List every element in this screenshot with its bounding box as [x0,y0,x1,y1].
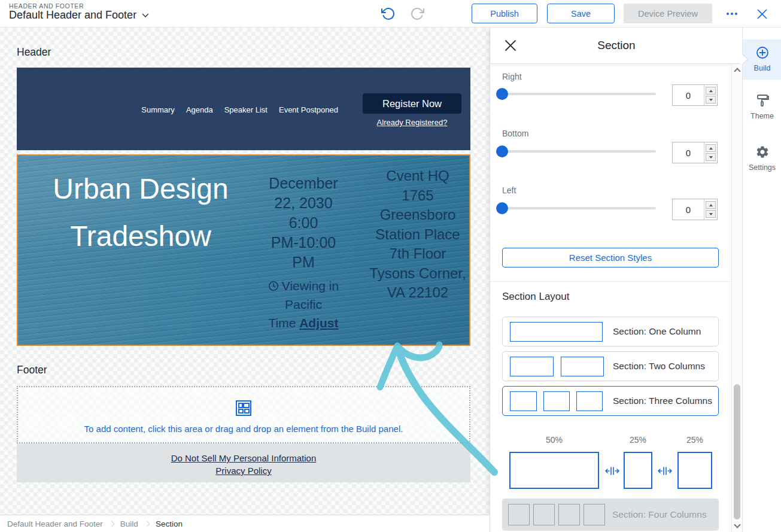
redo-button[interactable] [411,6,426,22]
column-resize-handle[interactable] [605,466,619,476]
stepper [704,199,717,220]
slider-left-label: Left [502,186,516,195]
do-not-sell-link[interactable]: Do Not Sell My Personal Information [17,452,470,464]
redo-icon [411,7,426,21]
close-icon [757,9,767,19]
stepper-up-button[interactable] [706,201,716,209]
site-header-section[interactable]: Summary Agenda Speaker List Event Postpo… [17,68,470,150]
slider-right-track[interactable] [502,93,656,95]
scroll-up-arrow[interactable] [734,68,740,74]
save-button[interactable]: Save [547,4,615,23]
settings-icon [755,145,770,159]
footer-region-label: Footer [17,364,47,376]
publish-button[interactable]: Publish [472,4,537,23]
breadcrumb-item-document[interactable]: Default Header and Footer [7,519,103,528]
slider-right-numbox [672,84,718,106]
nav-item-summary[interactable]: Summary [141,105,175,114]
scroll-down-arrow[interactable] [734,521,740,528]
slider-bottom-numbox [672,142,718,163]
stepper-up-button[interactable] [706,87,716,95]
register-block: Register Now Already Registered? [363,93,461,127]
divider [490,281,732,282]
site-nav: Summary Agenda Speaker List Event Postpo… [141,105,338,114]
slider-bottom-input[interactable] [673,142,704,163]
column3-width-label: 25% [677,435,712,445]
device-preview-button[interactable]: Device Preview [624,4,712,23]
adjust-timezone-link[interactable]: Adjust [299,316,338,330]
sidebar-item-theme[interactable]: Theme [743,93,781,120]
breadcrumb-item-build[interactable]: Build [120,519,138,528]
panel-title: Section [490,39,743,52]
already-registered-link[interactable]: Already Registered? [377,118,448,127]
document-title: Default Header and Footer [9,9,136,22]
column1-preview[interactable] [509,452,599,489]
resize-handle-icon [658,466,672,476]
layout-option-one-column[interactable]: Section: One Column [502,317,719,346]
sidebar-item-settings[interactable]: Settings [743,145,781,172]
panel-scrollbar[interactable] [731,64,742,532]
layout-option-three-columns-selected[interactable]: Section: Three Columns [502,386,719,416]
document-title-dropdown[interactable]: Default Header and Footer [9,9,149,22]
event-title: Urban Design Tradeshow [26,165,255,260]
slider-left-input[interactable] [673,199,704,220]
chevron-down-icon [142,13,149,18]
reset-section-styles-button[interactable]: Reset Section Styles [502,248,719,267]
header-region-label: Header [17,46,51,59]
section-settings-panel: Section Right Bottom Left Reset Section … [490,28,742,532]
dropzone-hint: To add content, click this area or drag … [18,424,469,434]
slider-bottom-label: Bottom [502,129,528,138]
build-icon [755,45,770,60]
column2-preview[interactable] [624,452,652,489]
event-datetime: December 22, 2030 6:00 PM-10:00 PM Viewi… [253,174,354,332]
breadcrumb-separator [108,521,114,527]
nav-item-event-postponed[interactable]: Event Postponed [279,105,338,114]
more-icon [727,13,737,15]
resize-handle-icon [605,466,619,476]
stepper-down-button[interactable] [706,153,716,161]
breadcrumb-item-section: Section [156,519,183,528]
more-options-button[interactable] [724,6,740,22]
nav-item-speaker-list[interactable]: Speaker List [224,105,268,114]
panel-header: Section [490,28,743,64]
sidebar-item-build[interactable]: Build [743,39,781,80]
layout-grid-icon [18,400,469,419]
slider-right-input[interactable] [673,85,704,105]
privacy-policy-link[interactable]: Privacy Policy [17,464,470,477]
footer-content-dropzone[interactable]: To add content, click this area or drag … [17,386,470,443]
stepper-down-button[interactable] [706,96,716,104]
stepper-up-button[interactable] [706,144,716,152]
editor-canvas: Header Summary Agenda Speaker List Event… [0,28,490,515]
stepper [704,85,717,105]
event-location: Cvent HQ 1765 Greensboro Station Place 7… [364,166,472,303]
column2-width-label: 25% [624,435,652,445]
nav-item-agenda[interactable]: Agenda [186,105,213,114]
slider-right-label: Right [502,72,522,81]
slider-bottom-thumb[interactable] [496,145,508,157]
scrollbar-thumb[interactable] [734,384,740,519]
slider-left-thumb[interactable] [496,202,508,214]
timezone-note: Viewing in Pacific Time Adjust [253,276,354,332]
close-editor-button[interactable] [754,6,770,22]
undo-button[interactable] [379,6,395,22]
site-footer-section[interactable]: Do Not Sell My Personal Information Priv… [17,443,470,482]
layout-option-two-columns[interactable]: Section: Two Columns [502,351,719,381]
top-bar: HEADER AND FOOTER Default Header and Foo… [0,0,781,28]
stepper-down-button[interactable] [706,210,716,218]
slider-bottom-track[interactable] [502,150,656,153]
hero-section-selected[interactable]: Urban Design Tradeshow December 22, 2030… [17,154,470,346]
column3-preview[interactable] [677,452,712,489]
slider-left-track[interactable] [502,207,656,209]
breadcrumb: Default Header and Footer Build Section [0,515,490,532]
section-layout-heading: Section Layout [502,291,569,303]
breadcrumb-separator [144,521,150,527]
column-resize-handle[interactable] [658,466,672,476]
column1-width-label: 50% [509,435,599,445]
editor-sidebar: Build Theme Settings [742,28,781,532]
slider-right-thumb[interactable] [496,88,508,100]
theme-icon [755,93,770,108]
undo-icon [380,7,394,21]
layout-option-four-columns-disabled[interactable]: Section: Four Columns [502,498,719,531]
register-now-button[interactable]: Register Now [363,93,461,114]
slider-left-numbox [672,199,718,220]
clock-icon [268,281,279,291]
